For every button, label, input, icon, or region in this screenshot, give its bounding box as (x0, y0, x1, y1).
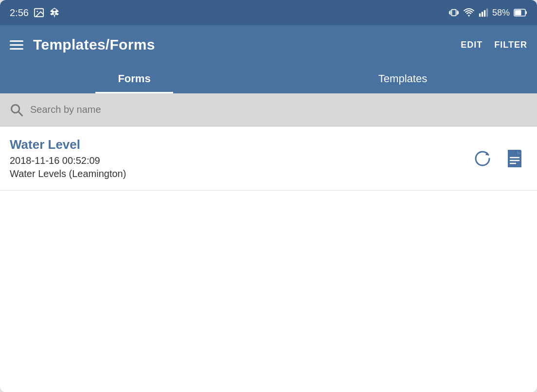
battery-icon (514, 8, 527, 17)
status-bar: 2:56 (0, 0, 537, 25)
svg-line-22 (18, 112, 22, 116)
tab-forms[interactable]: Forms (0, 64, 268, 93)
list-item-content: Water Level 2018-11-16 00:52:09 Water Le… (10, 137, 470, 179)
svg-rect-20 (515, 10, 521, 16)
vibrate-icon (448, 7, 459, 18)
item-title: Water Level (10, 137, 470, 152)
svg-rect-14 (479, 14, 481, 17)
tab-templates[interactable]: Templates (268, 64, 537, 93)
filter-button[interactable]: FILTER (494, 40, 527, 50)
forms-list: Water Level 2018-11-16 00:52:09 Water Le… (0, 126, 537, 392)
image-icon (34, 7, 44, 18)
svg-rect-15 (482, 12, 483, 17)
signal-icon (479, 8, 488, 18)
search-icon (10, 103, 23, 117)
wifi-icon (463, 7, 475, 18)
hamburger-menu-button[interactable] (10, 40, 23, 50)
search-bar (0, 93, 537, 126)
phone-frame: 2:56 (0, 0, 537, 392)
app-bar-actions: EDIT FILTER (461, 40, 527, 50)
time-display: 2:56 (10, 7, 29, 18)
dropbox-icon (49, 7, 60, 18)
app-bar: Templates/Forms EDIT FILTER (0, 25, 537, 64)
sync-button[interactable] (470, 146, 495, 171)
svg-point-13 (468, 15, 469, 17)
battery-percentage: 58% (492, 8, 510, 18)
page-title: Templates/Forms (33, 36, 461, 53)
svg-point-1 (36, 11, 38, 12)
svg-rect-16 (484, 10, 485, 17)
status-left: 2:56 (10, 7, 60, 18)
svg-rect-8 (451, 10, 456, 16)
edit-button[interactable]: EDIT (461, 40, 483, 50)
document-button[interactable] (502, 146, 527, 171)
list-item[interactable]: Water Level 2018-11-16 00:52:09 Water Le… (0, 126, 537, 191)
item-date: 2018-11-16 00:52:09 (10, 155, 470, 166)
tabs-bar: Forms Templates (0, 64, 537, 93)
svg-rect-17 (486, 9, 488, 17)
item-actions (470, 146, 527, 171)
search-input[interactable] (30, 104, 527, 115)
svg-rect-19 (526, 11, 527, 14)
status-right: 58% (448, 7, 527, 18)
item-location: Water Levels (Leamington) (10, 168, 470, 179)
